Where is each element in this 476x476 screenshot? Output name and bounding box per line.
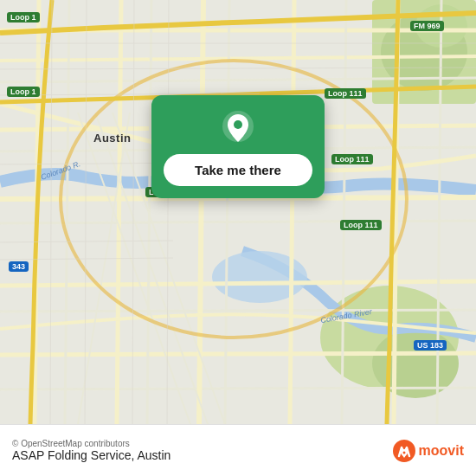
road-badge-us183: US 183 <box>414 340 447 351</box>
svg-line-17 <box>0 388 476 389</box>
bottom-bar: © OpenStreetMap contributors ASAP Foldin… <box>0 424 476 476</box>
moovit-text: moovit <box>419 443 464 459</box>
svg-line-16 <box>0 353 476 355</box>
road-badge-loop111-bot: Loop 111 <box>340 220 382 230</box>
attribution-text: © OpenStreetMap contributors ASAP Foldin… <box>12 439 170 462</box>
location-pin-icon <box>219 109 257 147</box>
road-badge-fm969: FM 969 <box>410 21 444 31</box>
svg-point-46 <box>402 451 405 453</box>
road-badge-loop1-top: Loop 1 <box>7 12 40 23</box>
moovit-logo: moovit <box>392 439 464 463</box>
map-container: Loop 1 Loop 1 FM 969 Loop 111 Loop 111 L… <box>0 0 476 424</box>
road-badge-343: 343 <box>9 261 29 272</box>
take-me-there-button[interactable]: Take me there <box>164 154 312 186</box>
road-badge-loop111-mid: Loop 111 <box>331 154 373 164</box>
svg-point-44 <box>234 120 242 129</box>
map-background <box>0 0 476 424</box>
svg-line-15 <box>0 310 476 312</box>
bottom-left: © OpenStreetMap contributors ASAP Foldin… <box>12 439 170 462</box>
road-badge-loop1-mid: Loop 1 <box>7 87 40 97</box>
road-badge-loop111-top: Loop 111 <box>325 88 366 99</box>
moovit-icon <box>392 439 416 463</box>
destination-card: Take me there <box>151 95 325 198</box>
city-label-austin: Austin <box>93 132 131 145</box>
